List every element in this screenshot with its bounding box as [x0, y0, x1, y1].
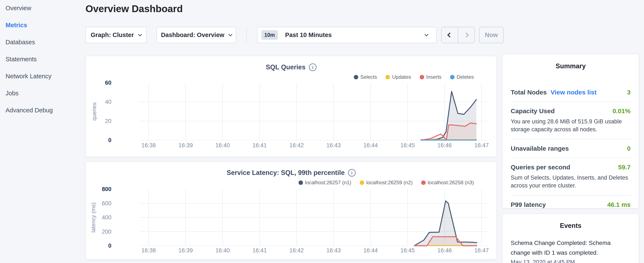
summary-row-value: 0.01% [612, 107, 630, 115]
time-range-badge: 10m [261, 30, 278, 40]
sidebar-item-advanced-debug[interactable]: Advanced Debug [6, 107, 83, 117]
dashboard-dropdown[interactable]: Dashboard: Overview [156, 27, 236, 43]
page-title: Overview Dashboard [86, 3, 183, 15]
view-nodes-list-link[interactable]: View nodes list [550, 89, 596, 96]
svg-text:16:42: 16:42 [289, 142, 304, 149]
event-timestamp: May 13, 2020 at 4:45 PM [511, 259, 630, 263]
app-screen: OverviewMetricsDatabasesStatementsNetwor… [0, 0, 644, 263]
svg-text:16:43: 16:43 [326, 142, 341, 149]
summary-row-description: Sum of Selects, Updates, Inserts, and De… [511, 174, 630, 190]
time-range-selector[interactable]: 10m Past 10 Minutes [257, 27, 437, 43]
chevron-right-icon [464, 32, 469, 38]
summary-row-total-nodes: Total NodesView nodes list3 [511, 83, 630, 102]
sql-queries-chart: 020406016:3816:3916:4016:4116:4216:4316:… [86, 56, 497, 157]
svg-text:20: 20 [105, 118, 112, 124]
svg-text:latency (ms): latency (ms) [90, 202, 96, 232]
svg-text:16:40: 16:40 [216, 247, 230, 254]
svg-text:16:39: 16:39 [178, 142, 193, 149]
event-message: Schema Change Completed: Schema change w… [511, 238, 613, 258]
chevron-down-icon [228, 32, 232, 36]
svg-text:800: 800 [102, 186, 112, 192]
svg-text:16:38: 16:38 [142, 142, 156, 149]
sidebar-item-statements[interactable]: Statements [6, 56, 83, 66]
svg-text:16:45: 16:45 [400, 247, 415, 254]
sidebar-item-overview[interactable]: Overview [6, 5, 83, 15]
chevron-down-icon [424, 32, 428, 36]
svg-text:16:46: 16:46 [437, 142, 452, 149]
svg-text:16:45: 16:45 [400, 142, 415, 149]
svg-text:16:42: 16:42 [289, 247, 304, 254]
summary-row-label: Capacity Used [511, 107, 555, 115]
svg-text:0: 0 [108, 242, 112, 249]
chevron-left-icon [447, 32, 452, 38]
sql-queries-chart-card: SQL Queriesi SelectsUpdatesInsertsDelete… [86, 56, 497, 157]
summary-row-label: Unavailable ranges [511, 145, 569, 152]
summary-row-label: Queries per second [511, 164, 570, 171]
svg-text:16:38: 16:38 [142, 247, 156, 254]
svg-text:queries: queries [91, 102, 98, 120]
service-latency-chart-card: Service Latency: SQL, 99th percentilei l… [86, 161, 497, 259]
svg-text:16:47: 16:47 [474, 142, 489, 149]
svg-text:600: 600 [102, 200, 112, 207]
summary-title: Summary [511, 62, 630, 70]
summary-row-label: P99 latency [511, 201, 546, 208]
summary-row-value: 59.7 [618, 164, 630, 171]
svg-text:16:46: 16:46 [437, 247, 452, 254]
graph-dropdown-label: Graph: Cluster [90, 32, 134, 39]
sidebar-item-jobs[interactable]: Jobs [6, 90, 83, 100]
svg-text:200: 200 [102, 228, 112, 235]
service-latency-chart: 020040060080016:3816:3916:4016:4116:4216… [86, 162, 497, 260]
svg-text:400: 400 [102, 214, 112, 221]
chevron-down-icon [138, 32, 142, 36]
summary-row-capacity-used: Capacity Used0.01%You are using 28.6 MiB… [511, 102, 630, 139]
svg-text:16:47: 16:47 [474, 247, 489, 254]
summary-row-value: 46.1 ms [607, 201, 630, 208]
events-panel: Events Schema Change Completed: Schema c… [502, 213, 639, 263]
toolbar-divider [246, 27, 247, 43]
previous-range-button[interactable] [442, 27, 458, 43]
events-list: Schema Change Completed: Schema change w… [511, 238, 630, 263]
svg-text:16:40: 16:40 [216, 142, 230, 149]
sidebar-item-network-latency[interactable]: Network Latency [6, 73, 83, 83]
svg-text:16:44: 16:44 [363, 142, 378, 149]
summary-row-queries-per-second: Queries per second59.7Sum of Selects, Up… [511, 158, 630, 195]
svg-text:16:43: 16:43 [326, 247, 341, 254]
summary-panel: Summary Total NodesView nodes list3Capac… [502, 54, 639, 208]
dashboard-dropdown-label: Dashboard: Overview [161, 32, 224, 39]
events-title: Events [511, 222, 630, 229]
svg-text:16:41: 16:41 [252, 247, 267, 254]
toolbar: Graph: Cluster Dashboard: Overview 10m P… [0, 27, 644, 43]
svg-text:16:44: 16:44 [363, 247, 378, 254]
time-step-buttons [441, 27, 475, 43]
summary-row-description: You are using 28.6 MiB of 515.9 GiB usab… [511, 118, 630, 133]
summary-row-p99-latency: P99 latency46.1 ms [511, 195, 630, 214]
svg-text:0: 0 [108, 137, 112, 143]
svg-text:60: 60 [105, 80, 112, 86]
graph-dropdown[interactable]: Graph: Cluster [86, 27, 146, 43]
event-item[interactable]: Schema Change Completed: Schema change w… [511, 238, 630, 263]
summary-rows: Total NodesView nodes list3Capacity Used… [511, 83, 630, 214]
now-button[interactable]: Now [479, 27, 504, 43]
svg-text:16:39: 16:39 [178, 247, 193, 254]
summary-row-label: Total Nodes [511, 89, 546, 96]
time-range-label: Past 10 Minutes [285, 32, 425, 39]
svg-text:16:41: 16:41 [252, 142, 267, 149]
svg-text:40: 40 [105, 99, 112, 105]
next-range-button[interactable] [458, 27, 474, 43]
summary-row-value: 3 [627, 89, 630, 96]
summary-row-value: 0 [627, 145, 630, 152]
summary-row-unavailable-ranges: Unavailable ranges0 [511, 139, 630, 158]
